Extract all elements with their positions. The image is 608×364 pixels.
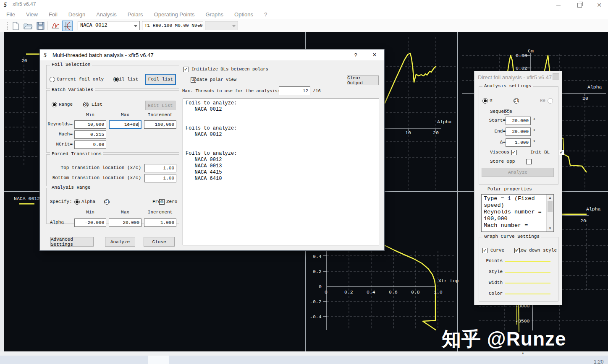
ncrit-input[interactable]: 9.00 — [74, 140, 106, 149]
svg-text:20: 20 — [433, 130, 439, 135]
svg-text:0.6: 0.6 — [389, 289, 398, 295]
dialog-titlebar[interactable]: 5 Multi-threaded batch analysis - xflr5 … — [40, 49, 384, 60]
horizontal-scrollbar-track[interactable] — [0, 356, 608, 364]
reynolds-increment-input[interactable]: 100,000 — [144, 120, 176, 129]
close-dialog-button[interactable]: Close — [144, 237, 175, 247]
menu-design[interactable]: Design — [68, 11, 85, 18]
viscous-checkbox[interactable] — [511, 150, 517, 155]
menu-view[interactable]: View — [26, 11, 38, 18]
range-radio[interactable] — [52, 102, 57, 107]
menu-help[interactable]: ? — [264, 11, 267, 18]
dialog-close-button[interactable]: × — [368, 49, 381, 60]
store-opp-checkbox[interactable] — [526, 159, 532, 164]
edit-list-button[interactable]: Edit List — [145, 101, 176, 110]
open-folder-icon — [24, 22, 33, 30]
clear-output-button[interactable]: Clear Output — [347, 75, 379, 85]
foil-list-button[interactable]: Foil list — [145, 74, 176, 85]
style-line-selector[interactable] — [505, 272, 550, 273]
start-input[interactable]: -20.000 — [506, 117, 531, 125]
save-button[interactable] — [35, 21, 46, 31]
alpha-max-input[interactable]: 20.000 — [109, 218, 142, 227]
toolbar-drag-handle[interactable] — [7, 22, 9, 30]
app-logo-icon: 5 — [3, 1, 10, 8]
svg-text:1.0: 1.0 — [434, 289, 443, 295]
batch-analysis-dialog: 5 Multi-threaded batch analysis - xflr5 … — [40, 49, 384, 250]
scroll-up-icon[interactable]: ▲ — [547, 195, 553, 201]
restore-button[interactable] — [573, 2, 586, 8]
current-foil-label: Current foil only — [57, 77, 104, 82]
polar-view-button[interactable] — [50, 21, 60, 31]
reynolds-max-input[interactable]: 1e+08 — [109, 120, 142, 129]
polar-select-combo[interactable]: T1_Re0.100_M0.00_N9.0 — [142, 21, 203, 30]
menu-options[interactable]: Options — [234, 11, 253, 18]
analysis-range-legend: Analysis Range — [50, 185, 92, 190]
status-marker: * — [522, 351, 524, 357]
alpha-min-input[interactable]: -20.000 — [74, 218, 106, 227]
points-line-selector[interactable] — [505, 261, 550, 262]
reynolds-min-input[interactable]: 10,000 — [74, 120, 106, 129]
mach-input[interactable]: 0.215 — [74, 130, 106, 139]
chevron-down-icon — [134, 25, 137, 27]
re-radio-label: Re — [540, 98, 545, 103]
direct-foil-analysis-panel: Direct foil analysis - xflr5 v6.47 Analy… — [474, 71, 562, 305]
ar-col-increment: Increment — [144, 210, 176, 215]
menu-polars[interactable]: Polars — [128, 11, 143, 18]
max-threads-input[interactable]: 12 — [279, 86, 310, 95]
foil-selection-group: Foil Selection Current foil only Foil li… — [46, 65, 179, 89]
scrollbar-thumb[interactable] — [548, 201, 553, 212]
panel-analyze-button[interactable]: Analyze — [482, 168, 554, 177]
color-label: Color — [482, 291, 503, 296]
menu-operating-points[interactable]: Operating Points — [154, 11, 195, 18]
panel-dock-button[interactable] — [553, 73, 559, 80]
color-line-selector[interactable] — [505, 294, 550, 294]
current-foil-radio[interactable] — [50, 77, 55, 82]
menu-analysis[interactable]: Analysis — [96, 11, 116, 18]
chevron-down-icon — [197, 25, 201, 27]
svg-text:Alpha: Alpha — [437, 119, 452, 125]
threads-total-label: /16 — [313, 88, 321, 94]
specify-cl-label: Cl — [104, 199, 110, 204]
alpha-radio[interactable] — [482, 98, 488, 104]
polar-properties-label: Polar properties — [487, 187, 532, 192]
alpha-increment-input[interactable]: 1.000 — [144, 218, 176, 227]
direct-analysis-button[interactable] — [62, 21, 73, 31]
new-project-button[interactable] — [10, 21, 21, 31]
minimize-button[interactable] — [552, 2, 565, 8]
menu-graphs[interactable]: Graphs — [205, 11, 223, 18]
svg-text:Cm: Cm — [528, 48, 534, 54]
re-radio[interactable] — [548, 98, 553, 104]
toolbar-separator — [47, 21, 48, 30]
polar-properties-box[interactable]: Type = 1 (Fixed speed) Reynolds number =… — [481, 194, 554, 232]
specify-label: Specify: — [50, 199, 72, 204]
horizontal-scrollbar-thumb[interactable] — [148, 356, 169, 364]
end-label: End= — [487, 129, 506, 134]
dialog-title: Multi-threaded batch analysis - xflr5 v6… — [52, 52, 154, 58]
batch-variables-group: Batch Variables Range Re List Edit List … — [46, 90, 179, 153]
analysis-output-box[interactable]: Foils to analyze: NACA 0012 Foils to ana… — [183, 99, 379, 245]
close-button[interactable]: ✕ — [593, 2, 605, 8]
top-transition-label: Top transition location (x/c) — [48, 165, 141, 170]
open-button[interactable] — [23, 21, 33, 31]
menu-foil[interactable]: Foil — [49, 11, 58, 18]
menu-file[interactable]: File — [6, 11, 15, 18]
bottom-transition-input[interactable]: 1.00 — [144, 174, 176, 182]
foil-select-combo[interactable]: NACA 0012 — [78, 21, 140, 30]
delta-input[interactable]: 1.000 — [506, 138, 531, 147]
curve-checkbox[interactable] — [482, 248, 488, 253]
polar-properties-scrollbar[interactable]: ▲ ▼ — [546, 195, 553, 231]
specify-alpha-radio[interactable] — [74, 199, 80, 205]
scroll-down-icon[interactable]: ▼ — [547, 225, 553, 231]
opp-select-combo[interactable] — [205, 21, 238, 30]
svg-text:0.2: 0.2 — [313, 269, 322, 274]
init-bls-checkbox[interactable] — [183, 67, 189, 72]
polar-curve-icon — [51, 21, 60, 31]
width-line-selector[interactable] — [505, 283, 550, 283]
alpha-row-label: Alpha — [50, 220, 64, 225]
advanced-settings-button[interactable]: Advanced Settings — [50, 237, 94, 247]
init-bl-checkbox[interactable] — [559, 150, 564, 155]
dialog-help-button[interactable]: ? — [349, 49, 362, 60]
svg-text:-3500: -3500 — [515, 318, 530, 324]
analyze-button[interactable]: Analyze — [105, 237, 135, 247]
top-transition-input[interactable]: 1.00 — [144, 164, 176, 172]
end-input[interactable]: 20.000 — [506, 127, 531, 136]
